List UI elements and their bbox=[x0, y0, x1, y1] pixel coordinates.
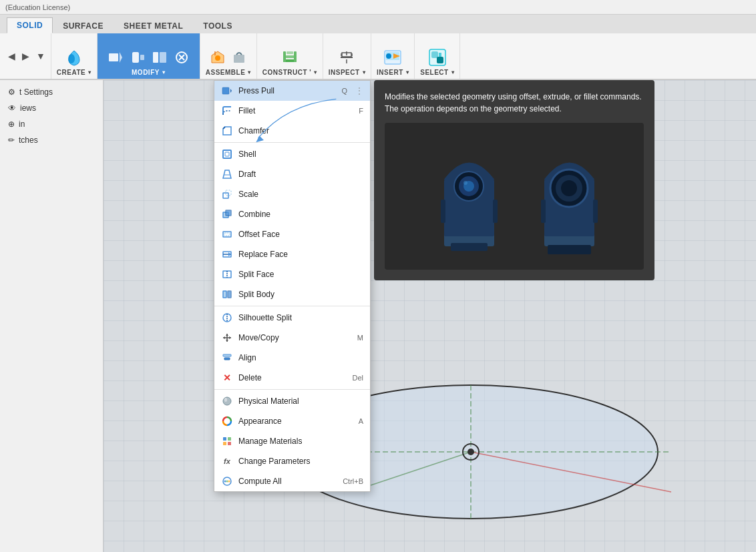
ribbon-group-inspect[interactable]: INSPECT ▾ bbox=[323, 33, 371, 79]
compute-all-icon bbox=[221, 475, 233, 487]
ribbon-group-create[interactable]: CREATE ▾ bbox=[51, 33, 98, 79]
ribbon-group-modify[interactable]: MODIFY ▾ bbox=[98, 33, 200, 79]
sidebar-item-sketches[interactable]: ✏ tches bbox=[0, 132, 103, 148]
insert-arrow: ▾ bbox=[406, 69, 409, 75]
select-icon bbox=[427, 47, 447, 67]
tab-tools[interactable]: TOOLS bbox=[193, 18, 242, 33]
svg-rect-52 bbox=[223, 291, 226, 298]
svg-rect-69 bbox=[223, 442, 226, 445]
sidebar-item-views[interactable]: 👁 iews bbox=[0, 100, 103, 116]
tab-sheetmetal[interactable]: SHEET METAL bbox=[114, 18, 193, 33]
menu-item-shell[interactable]: Shell bbox=[214, 144, 370, 164]
tab-solid[interactable]: SOLID bbox=[7, 17, 53, 33]
menu-item-split-body[interactable]: Split Body bbox=[214, 284, 370, 304]
modify-arrow: ▾ bbox=[162, 69, 166, 75]
create-label: CREATE ▾ bbox=[57, 69, 91, 76]
sidebar-item-origin[interactable]: ⊕ in bbox=[0, 116, 103, 132]
svg-point-65 bbox=[224, 398, 227, 402]
modify-icon-2 bbox=[128, 47, 148, 67]
press-pull-more[interactable]: ⋮ bbox=[355, 86, 363, 95]
manage-materials-icon bbox=[221, 435, 233, 447]
svg-point-91 bbox=[561, 180, 577, 196]
svg-point-11 bbox=[215, 55, 220, 61]
align-label: Align bbox=[238, 353, 256, 362]
silhouette-split-icon bbox=[221, 312, 233, 324]
svg-line-36 bbox=[223, 127, 225, 129]
menu-item-split-face[interactable]: Split Face bbox=[214, 264, 370, 284]
fillet-label: Fillet bbox=[238, 106, 255, 115]
svg-rect-16 bbox=[287, 51, 293, 54]
nav-menu-button[interactable]: ▼ bbox=[33, 49, 48, 63]
separator-2 bbox=[214, 306, 370, 306]
assemble-label: ASSEMBLE ▾ bbox=[206, 69, 251, 76]
menu-item-silhouette-split[interactable]: Silhouette Split bbox=[214, 308, 370, 328]
combine-label: Combine bbox=[238, 210, 270, 219]
svg-rect-79 bbox=[451, 243, 488, 251]
menu-item-move-copy[interactable]: Move/Copy M bbox=[214, 328, 370, 348]
nav-back-button[interactable]: ◀ bbox=[5, 49, 18, 63]
menu-item-replace-face[interactable]: Replace Face bbox=[214, 244, 370, 264]
svg-rect-38 bbox=[225, 152, 229, 156]
svg-point-83 bbox=[463, 181, 467, 185]
press-pull-label: Press Pull bbox=[238, 86, 274, 95]
menu-item-press-pull[interactable]: Press Pull Q ⋮ bbox=[214, 81, 370, 101]
svg-rect-37 bbox=[223, 150, 231, 158]
menu-item-compute-all[interactable]: Compute All Ctrl+B bbox=[214, 471, 370, 491]
menu-item-align[interactable]: Align bbox=[214, 348, 370, 368]
menu-item-delete[interactable]: ✕ Delete Del bbox=[214, 368, 370, 388]
menu-item-offset-face[interactable]: Offset Face bbox=[214, 224, 370, 244]
menu-item-fillet[interactable]: Fillet F bbox=[214, 101, 370, 121]
svg-point-0 bbox=[68, 54, 75, 63]
physical-material-label: Physical Material bbox=[238, 396, 299, 406]
ribbon-group-construct[interactable]: CONSTRUCT ' ▾ bbox=[257, 33, 323, 79]
svg-rect-13 bbox=[234, 55, 244, 63]
assemble-arrow: ▾ bbox=[248, 69, 251, 75]
ribbon-group-select[interactable]: SELECT ▾ bbox=[415, 33, 460, 79]
construct-icon-1 bbox=[280, 47, 300, 67]
modify-icon-1 bbox=[106, 47, 126, 67]
svg-rect-46 bbox=[224, 233, 230, 236]
construct-label: CONSTRUCT ' ▾ bbox=[262, 69, 317, 76]
svg-point-29 bbox=[386, 53, 391, 59]
tab-surface[interactable]: SURFACE bbox=[53, 18, 114, 33]
inspect-label: INSPECT ▾ bbox=[329, 69, 365, 76]
svg-rect-18 bbox=[294, 51, 297, 62]
menu-item-physical-material[interactable]: Physical Material bbox=[214, 391, 370, 411]
svg-rect-4 bbox=[140, 55, 144, 60]
replace-face-label: Replace Face bbox=[238, 250, 288, 259]
offset-face-label: Offset Face bbox=[238, 230, 280, 239]
menu-item-change-parameters[interactable]: fx Change Parameters bbox=[214, 451, 370, 471]
origin-icon: ⊕ bbox=[8, 119, 15, 129]
svg-marker-59 bbox=[226, 340, 228, 342]
menu-item-scale[interactable]: Scale bbox=[214, 184, 370, 204]
chamfer-label: Chamfer bbox=[238, 126, 269, 135]
modify-icon-4 bbox=[172, 47, 192, 67]
menu-item-manage-materials[interactable]: Manage Materials bbox=[214, 431, 370, 451]
chamfer-icon bbox=[221, 125, 233, 137]
menu-item-combine[interactable]: Combine bbox=[214, 204, 370, 224]
tooltip-preview bbox=[385, 123, 644, 270]
change-parameters-label: Change Parameters bbox=[238, 457, 310, 466]
svg-rect-32 bbox=[431, 51, 438, 58]
create-icon bbox=[64, 47, 84, 67]
settings-icon: ⚙ bbox=[8, 87, 15, 97]
svg-marker-61 bbox=[229, 336, 231, 339]
ribbon-group-assemble[interactable]: ASSEMBLE ▾ bbox=[200, 33, 257, 79]
ribbon-group-insert[interactable]: INSERT ▾ bbox=[371, 33, 415, 79]
viewport[interactable]: Press Pull Q ⋮ Fillet F bbox=[104, 80, 756, 552]
menu-item-chamfer[interactable]: Chamfer bbox=[214, 121, 370, 141]
sidebar-item-settings[interactable]: ⚙ t Settings bbox=[0, 84, 103, 100]
physical-material-icon bbox=[221, 395, 233, 407]
ribbon: ◀ ▶ ▼ CREATE ▾ bbox=[0, 33, 756, 80]
tabs-row: SOLID SURFACE SHEET METAL TOOLS bbox=[0, 15, 756, 33]
education-license-text: (Education License) bbox=[5, 3, 70, 11]
menu-item-appearance[interactable]: Appearance A bbox=[214, 411, 370, 431]
nav-forward-button[interactable]: ▶ bbox=[19, 49, 32, 63]
modify-icon-3 bbox=[150, 47, 170, 67]
construct-arrow: ▾ bbox=[314, 69, 317, 75]
delete-label: Delete bbox=[238, 373, 262, 382]
move-copy-icon bbox=[221, 332, 233, 344]
svg-point-74 bbox=[228, 481, 230, 483]
menu-item-draft[interactable]: Draft bbox=[214, 164, 370, 184]
split-face-icon bbox=[221, 268, 233, 280]
